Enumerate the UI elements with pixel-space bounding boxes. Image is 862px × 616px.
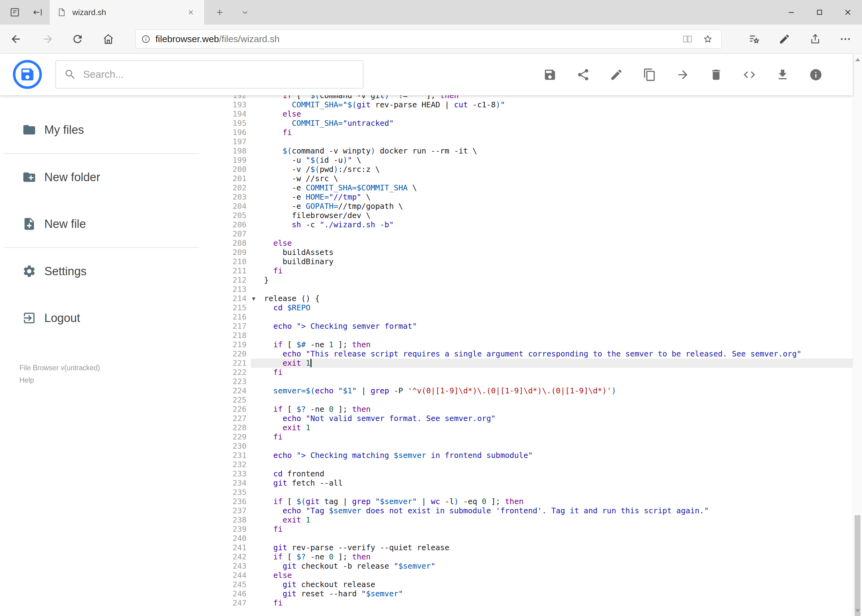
code-line[interactable]: 247 fi (220, 599, 853, 608)
line-number[interactable]: 204 (220, 202, 251, 211)
code-line[interactable]: 226 if [ $? -ne 0 ]; then (220, 405, 853, 414)
line-number[interactable]: 220 (220, 349, 251, 358)
code-text[interactable]: echo "This release script requires a sin… (264, 349, 853, 358)
code-text[interactable]: -e COMMIT_SHA=$COMMIT_SHA \ (264, 183, 853, 193)
code-text[interactable]: if [ "$(command -v git)" != "" ]; then (264, 95, 853, 100)
line-number[interactable]: 215 (220, 303, 251, 313)
code-line[interactable]: 208 else (220, 239, 853, 248)
code-line[interactable]: 222 fi (220, 368, 853, 377)
code-text[interactable] (264, 331, 853, 340)
new-tab-button[interactable] (211, 4, 229, 21)
fold-marker-icon[interactable]: ▾ (251, 294, 264, 303)
code-line[interactable]: 224 semver=$(echo "$1" | grep -P '^v(0|[… (220, 386, 853, 396)
line-number[interactable]: 225 (220, 396, 251, 405)
delete-button[interactable] (709, 68, 723, 82)
code-line[interactable]: 233 cd frontend (220, 469, 853, 479)
sidebar-item-new-file[interactable]: New file (0, 201, 220, 247)
line-number[interactable]: 240 (220, 534, 251, 543)
page-scrollbar[interactable] (853, 54, 862, 616)
code-line[interactable]: 200 -v /$(pwd):/src:z \ (220, 165, 853, 174)
code-line[interactable]: 235 (220, 488, 853, 497)
code-text[interactable]: echo "> Checking semver format" (264, 322, 853, 331)
code-line[interactable]: 243 git checkout -b release "$semver" (220, 561, 853, 571)
scrollbar-thumb[interactable] (855, 515, 860, 616)
search-bar[interactable] (55, 60, 364, 89)
code-text[interactable]: exit 1 (264, 515, 853, 525)
code-line[interactable]: 245 git checkout release (220, 580, 853, 589)
line-number[interactable]: 214 (220, 294, 251, 303)
home-button[interactable] (98, 30, 118, 49)
code-text[interactable] (264, 534, 853, 543)
back-button[interactable] (6, 30, 26, 49)
code-line[interactable]: 234 git fetch --all (220, 479, 853, 488)
code-text[interactable]: cd frontend (264, 469, 853, 479)
code-line[interactable]: 198 $(command -v winpty) docker run --rm… (220, 146, 853, 156)
line-number[interactable]: 238 (220, 515, 251, 525)
line-number[interactable]: 193 (220, 100, 251, 110)
code-text[interactable] (264, 313, 853, 322)
code-line[interactable]: 211 fi (220, 266, 853, 275)
code-line[interactable]: 244 else (220, 571, 853, 580)
line-number[interactable]: 231 (220, 451, 251, 460)
set-tabs-aside-icon[interactable] (6, 3, 24, 22)
code-line[interactable]: 212} (220, 275, 853, 285)
address-bar[interactable]: filebrowser.web/files/wizard.sh (136, 30, 722, 49)
rename-edit-button[interactable] (610, 68, 623, 82)
line-number[interactable]: 210 (220, 257, 251, 266)
code-line[interactable]: 204 -e GOPATH=//tmp/gopath \ (220, 202, 853, 211)
code-text[interactable]: semver=$(echo "$1" | grep -P '^v(0|[1-9]… (264, 386, 853, 396)
line-number[interactable]: 223 (220, 377, 251, 386)
code-line[interactable]: 237 echo "Tag $semver does not exist in … (220, 506, 853, 515)
line-number[interactable]: 209 (220, 248, 251, 257)
code-text[interactable]: fi (264, 128, 853, 137)
window-minimize-button[interactable] (777, 0, 805, 25)
line-number[interactable]: 196 (220, 128, 251, 137)
line-number[interactable]: 241 (220, 543, 251, 552)
editor-pane[interactable]: 192 if [ "$(command -v git)" != "" ]; th… (220, 95, 853, 616)
line-number[interactable]: 245 (220, 580, 251, 589)
browser-menu-ellipsis-button[interactable] (835, 30, 855, 49)
code-text[interactable]: if [ $(git tag | grep "$semver" | wc -l)… (264, 497, 853, 506)
line-number[interactable]: 247 (220, 599, 251, 608)
code-text[interactable]: fi (264, 599, 853, 608)
code-line[interactable]: 215 cd $REPO (220, 303, 853, 313)
tab-preview-chevron-icon[interactable] (236, 4, 254, 21)
line-number[interactable]: 227 (220, 414, 251, 423)
code-view-button[interactable] (742, 68, 756, 82)
forward-button[interactable] (38, 30, 58, 49)
code-text[interactable]: filebrowser/dev \ (264, 211, 853, 220)
code-text[interactable]: cd $REPO (264, 303, 853, 313)
code-text[interactable]: git reset --hard "$semver" (264, 589, 853, 599)
code-text[interactable]: -w //src \ (264, 174, 853, 183)
code-text[interactable]: else (264, 110, 853, 119)
code-line[interactable]: 195 COMMIT_SHA="untracked" (220, 119, 853, 128)
code-line[interactable]: 219 if [ $# -ne 1 ]; then (220, 340, 853, 349)
line-number[interactable]: 232 (220, 460, 251, 469)
save-button[interactable] (543, 68, 557, 82)
scrollbar-down-arrow-icon[interactable] (855, 609, 860, 612)
code-line[interactable]: 241 git rev-parse --verify --quiet relea… (220, 543, 853, 552)
code-text[interactable]: echo "> Checking matching $semver in fro… (264, 451, 853, 460)
line-number[interactable]: 219 (220, 340, 251, 349)
code-text[interactable] (264, 396, 853, 405)
line-number[interactable]: 202 (220, 183, 251, 193)
line-number[interactable]: 237 (220, 506, 251, 515)
hub-favorites-button[interactable] (744, 30, 764, 49)
code-line[interactable]: 227 echo "Not valid semver format. See s… (220, 414, 853, 423)
code-text[interactable]: else (264, 571, 853, 580)
code-text[interactable]: echo "Tag $semver does not exist in subm… (264, 506, 853, 515)
code-text[interactable]: release () { (264, 294, 853, 303)
line-number[interactable]: 235 (220, 488, 251, 497)
line-number[interactable]: 197 (220, 137, 251, 146)
sidebar-item-logout[interactable]: Logout (0, 295, 220, 341)
code-line[interactable]: 239 fi (220, 525, 853, 534)
line-number[interactable]: 221 (220, 358, 251, 368)
line-number[interactable]: 205 (220, 211, 251, 220)
code-line[interactable]: 194 else (220, 110, 853, 119)
line-number[interactable]: 213 (220, 285, 251, 294)
code-text[interactable]: fi (264, 432, 853, 442)
code-line[interactable]: 216 (220, 313, 853, 322)
code-line[interactable]: 207 (220, 229, 853, 239)
line-number[interactable]: 208 (220, 239, 251, 248)
code-line[interactable]: 197 (220, 137, 853, 146)
